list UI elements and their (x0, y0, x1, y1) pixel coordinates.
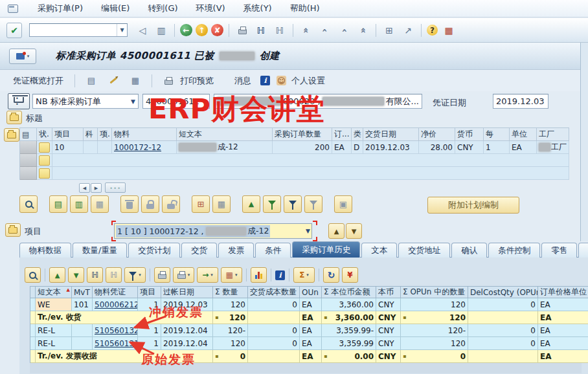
cell-item[interactable]: 1 (138, 324, 161, 337)
export-button[interactable]: →▾ (197, 267, 218, 283)
alv-column-header[interactable]: 项目 (138, 286, 161, 298)
personal-settings-button[interactable]: 个人设置 (289, 74, 328, 88)
alv-info-button[interactable]: i (275, 270, 285, 280)
column-header[interactable]: 工厂 (537, 127, 569, 141)
status-icon[interactable] (39, 155, 50, 166)
column-header[interactable]: 项目 (52, 127, 84, 141)
material-doc-link[interactable]: 5105601315 (95, 339, 138, 348)
column-header[interactable]: 状. (37, 127, 52, 141)
item-select-combo[interactable]: 1 [ 10 ] 1000172-12 , 成-12 ▼ (114, 223, 312, 239)
tab-po-history[interactable]: 采购订单历史 (292, 241, 360, 258)
messages-button[interactable]: 消息 (232, 74, 254, 88)
cell-amount[interactable]: 3,360.00 (322, 298, 376, 311)
document-overview-button[interactable]: 凭证概览打开 (10, 74, 66, 88)
tab-delivery[interactable]: 交货 (181, 243, 217, 258)
cell-item-cat[interactable] (98, 141, 112, 154)
cell-material[interactable]: 1000172-12 (112, 141, 177, 154)
alv-print-preview-button[interactable]: ▾ (173, 267, 194, 283)
cell-item[interactable]: 10 (52, 141, 84, 154)
cell-plant[interactable]: 工厂 (537, 141, 569, 154)
cell-qty[interactable]: 120 (213, 298, 248, 311)
item-details-button[interactable] (19, 195, 38, 213)
row-select-cell[interactable] (20, 141, 37, 154)
cancel-button[interactable]: ✘ (211, 24, 223, 36)
filter3-button[interactable] (304, 195, 322, 213)
alv-find-next-button[interactable]: ℍ (106, 267, 122, 283)
find-button[interactable]: ℍ (253, 23, 269, 38)
cell-delcost-opun[interactable]: 0 (468, 337, 538, 350)
column-header[interactable]: 类 (352, 127, 363, 141)
item-detail-expand-button[interactable] (5, 223, 21, 237)
print-button[interactable] (234, 23, 250, 38)
help-button[interactable]: ? (427, 25, 438, 36)
cell-currency[interactable]: CNY (376, 337, 401, 350)
cell-net-price[interactable]: 28.00 (419, 141, 455, 154)
cell-mvt[interactable] (72, 337, 93, 350)
set-filter-button[interactable]: ▾ (124, 267, 146, 283)
cell-material-doc[interactable]: 5105601326 (93, 324, 138, 337)
info-button[interactable]: i (260, 76, 270, 85)
enter-button[interactable]: ✔ (6, 23, 22, 38)
copy-item-button[interactable]: ⊞ (192, 195, 210, 213)
tab-quantities-weights[interactable]: 数量/重量 (73, 243, 127, 258)
cell-qty[interactable]: 200 (273, 141, 332, 154)
cell-oun[interactable]: EA (332, 141, 352, 154)
column-header[interactable]: 科 (84, 127, 98, 141)
cell-order-price-unit[interactable]: EA (538, 324, 588, 337)
alv-column-header[interactable]: 本币 (376, 286, 401, 298)
delete-item-button[interactable] (120, 195, 139, 213)
scroll-left-button[interactable]: ◀ (79, 183, 90, 193)
cell-oun[interactable]: EA (300, 298, 322, 311)
menu-goto[interactable]: 转到(G) (148, 3, 177, 14)
alv-column-header[interactable]: Σ 本位币金额 (322, 286, 376, 298)
window-menu-icon[interactable] (8, 5, 18, 13)
services-button[interactable]: ▾ (9, 49, 36, 64)
cell-mvt[interactable]: 101 (72, 298, 93, 311)
tab-spec[interactable]: Spec (578, 243, 588, 258)
filter2-button[interactable] (284, 195, 302, 213)
cell-amount[interactable]: 3,359.99- (322, 324, 376, 337)
cell-cat[interactable]: D (352, 141, 363, 154)
unlock-item-button[interactable] (162, 195, 180, 213)
column-header[interactable]: 净价 (419, 127, 455, 141)
menu-purchase-order[interactable]: 采购订单(P) (38, 3, 83, 14)
alv-column-header[interactable]: Σ 数量 (213, 286, 248, 298)
cell-short-text[interactable]: 成-12 (177, 141, 273, 154)
graphic-button[interactable] (251, 267, 267, 283)
material-doc-link[interactable]: 5000062124 (95, 300, 138, 309)
print-preview-button[interactable]: 打印预览 (177, 74, 216, 88)
cell-delivery-date[interactable]: 2019.12.03 (363, 141, 419, 154)
scroll-right-button[interactable]: ▶ (91, 183, 102, 193)
order-type-select[interactable]: NB 标准采购订单 ▼ (32, 94, 139, 109)
alv-column-header[interactable]: 过帐日期 (161, 286, 213, 298)
cell-posting-date[interactable]: 2019.12.04 (161, 337, 213, 350)
cell-short-text[interactable]: RE-L (36, 324, 72, 337)
cell-material-doc[interactable]: 5000062124 (93, 298, 138, 311)
alv-column-header[interactable]: 订单价格单位 (538, 286, 588, 298)
page-up-button[interactable]: ‹ (317, 23, 333, 38)
currency-button[interactable]: ¥ (342, 267, 358, 283)
alv-column-header[interactable]: DelCostQty (OPUn) (468, 286, 538, 298)
lock-item-button[interactable] (141, 195, 159, 213)
cell-currency[interactable]: CNY (376, 298, 401, 311)
cell-short-text[interactable]: RE-L (36, 337, 72, 350)
column-header[interactable]: 项. (98, 127, 112, 141)
cell-short-text[interactable]: WE (36, 298, 72, 311)
cell-material-doc[interactable]: 5105601315 (93, 337, 138, 350)
create-document-button[interactable]: ▤ (84, 74, 99, 88)
status-cell[interactable] (37, 154, 52, 167)
new-session-button[interactable]: ⊞ (381, 23, 397, 38)
cell-del-cost-qty[interactable]: 0 (248, 298, 300, 311)
cell-acct[interactable] (84, 141, 98, 154)
customize-layout-button[interactable]: ▦ (441, 23, 457, 38)
last-page-button[interactable]: » (355, 23, 370, 38)
cell-delcost-opun[interactable]: 0 (468, 324, 538, 337)
row-select-cell[interactable] (20, 154, 37, 167)
choose-layout-button[interactable]: ▦▾ (221, 267, 242, 283)
empty-row[interactable] (52, 167, 569, 180)
status-icon[interactable] (39, 142, 50, 153)
item-doc2-button[interactable]: ▥ (70, 195, 88, 213)
other-document-button[interactable]: ▦ (128, 74, 143, 88)
nav-back-button[interactable]: ← (180, 24, 192, 36)
display-change-button[interactable] (106, 74, 121, 88)
